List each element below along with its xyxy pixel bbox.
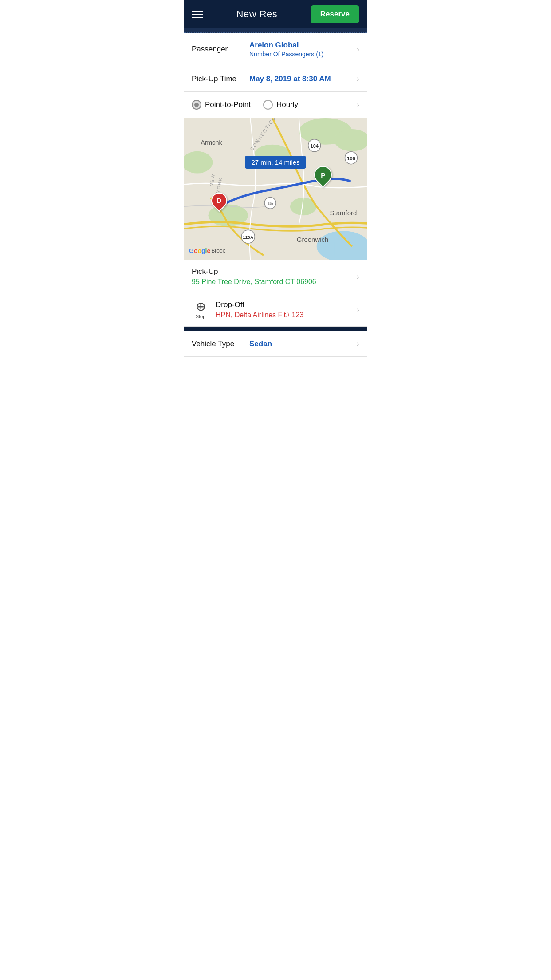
point-to-point-option[interactable]: Point-to-Point <box>192 100 251 110</box>
vehicle-type: Sedan <box>249 340 353 348</box>
section-divider <box>184 327 367 331</box>
hourly-option[interactable]: Hourly <box>263 100 298 110</box>
pickup-time-date: May 8, 2019 at 8:30 AM <box>249 75 353 83</box>
svg-text:Stamford: Stamford <box>330 209 357 217</box>
distance-label: 27 min, 14 miles <box>245 156 306 169</box>
hourly-label: Hourly <box>276 100 298 109</box>
reserve-button[interactable]: Reserve <box>311 5 359 23</box>
passenger-count: Number Of Passengers (1) <box>249 51 353 58</box>
destination-marker-label: P <box>321 171 325 179</box>
dropoff-chevron-icon: › <box>357 305 359 315</box>
stop-icon-wrap: ⊕ Stop <box>192 300 209 319</box>
origin-marker: D <box>211 193 227 209</box>
page-title: New Res <box>236 8 278 20</box>
svg-text:106: 106 <box>347 156 355 161</box>
pickup-time-chevron-icon: › <box>357 74 359 83</box>
map-view: 104 106 15 120A Armonk Stamford Greenwic… <box>184 118 367 260</box>
passenger-name: Areion Global <box>249 41 353 50</box>
map-svg: 104 106 15 120A Armonk Stamford Greenwic… <box>184 118 367 260</box>
pickup-time-row[interactable]: Pick-Up Time May 8, 2019 at 8:30 AM › <box>184 66 367 92</box>
svg-text:15: 15 <box>268 201 273 206</box>
passenger-chevron-icon: › <box>357 45 359 54</box>
menu-button[interactable] <box>192 11 203 18</box>
stop-pin-icon: ⊕ <box>196 300 206 313</box>
pickup-label: Pick-Up <box>192 267 353 276</box>
pickup-info: Pick-Up 95 Pine Tree Drive, Stamford CT … <box>192 267 353 286</box>
vehicle-row[interactable]: Vehicle Type Sedan › <box>184 331 367 357</box>
app-header: New Res Reserve <box>184 0 367 28</box>
svg-text:120A: 120A <box>243 235 253 240</box>
svg-text:104: 104 <box>311 143 319 149</box>
passenger-row[interactable]: Passenger Areion Global Number Of Passen… <box>184 33 367 66</box>
pickup-row[interactable]: Pick-Up 95 Pine Tree Drive, Stamford CT … <box>184 260 367 293</box>
origin-marker-label: D <box>217 197 221 204</box>
destination-marker: P <box>314 166 332 184</box>
svg-rect-3 <box>335 237 367 260</box>
dropoff-label: Drop-Off <box>216 300 353 309</box>
dropoff-row[interactable]: ⊕ Stop Drop-Off HPN, Delta Airlines Flt#… <box>184 293 367 327</box>
trip-type-row[interactable]: Point-to-Point Hourly › <box>184 92 367 118</box>
header-divider <box>184 28 367 33</box>
google-logo: Google Brook <box>189 247 225 254</box>
vehicle-chevron-icon: › <box>357 339 359 348</box>
vehicle-label: Vehicle Type <box>192 340 249 348</box>
svg-text:Armonk: Armonk <box>201 139 222 146</box>
trip-type-chevron-icon: › <box>357 100 359 110</box>
svg-text:Greenwich: Greenwich <box>297 236 328 243</box>
pickup-chevron-icon: › <box>357 272 359 281</box>
pickup-time-label: Pick-Up Time <box>192 75 249 83</box>
point-to-point-label: Point-to-Point <box>205 100 251 109</box>
pickup-address: 95 Pine Tree Drive, Stamford CT 06906 <box>192 278 316 285</box>
passenger-value: Areion Global Number Of Passengers (1) <box>249 41 353 58</box>
point-to-point-radio[interactable] <box>192 100 201 110</box>
dropoff-info: Drop-Off HPN, Delta Airlines Flt# 123 <box>216 300 353 319</box>
stop-label: Stop <box>196 314 206 319</box>
vehicle-value: Sedan <box>249 340 353 348</box>
dropoff-value: HPN, Delta Airlines Flt# 123 <box>216 311 303 319</box>
passenger-label: Passenger <box>192 45 249 54</box>
hourly-radio[interactable] <box>263 100 273 110</box>
pickup-time-value: May 8, 2019 at 8:30 AM <box>249 75 353 83</box>
